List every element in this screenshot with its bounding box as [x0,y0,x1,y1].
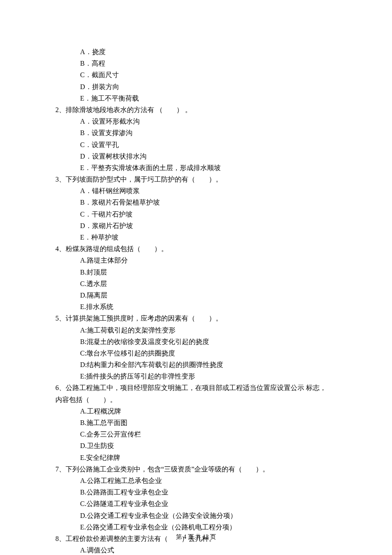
q6-option-e: E.安全纪律牌 [55,452,337,463]
q6-option-c: C.企务三公开宣传栏 [55,428,337,440]
q2-option-c: C．设置平孔 [55,139,337,150]
q6-option-d: D.卫生防疫 [55,440,337,451]
q1-option-e: E．施工不平衡荷载 [55,92,337,104]
q4-option-c: C.透水层 [55,278,337,289]
q3-stem: 3、下列坡面防护型式中，属于圬工防护的有（ ）。 [55,173,337,185]
q4-option-a: A.路堤主体部分 [55,254,337,266]
q2-stem: 2、排除滑坡地段地表水的方法有 （ ） 。 [55,104,337,116]
q6-option-a: A.工程概况牌 [55,405,337,417]
q1-option-a: A．挠度 [55,46,337,58]
q7-option-d: D.公路交通工程专业承包企业（公路安全设施分项） [55,510,337,521]
q4-option-b: B.封顶层 [55,266,337,278]
q7-option-a: A.公路工程施工总承包企业 [55,475,337,486]
q5-option-c: C:墩台水平位移引起的拱圈挠度 [55,347,337,359]
q2-option-e: E．平整夯实滑坡体表面的土层，形成排水顺坡 [55,162,337,173]
q6-option-b: B.施工总平面图 [55,417,337,428]
q7-option-b: B.公路路面工程专业承包企业 [55,486,337,498]
q2-option-a: A．设置环形截水沟 [55,116,337,127]
q7-stem: 7、下列公路施工企业类别中，包含“三级资质”企业等级的有（ ）。 [55,463,337,475]
q1-option-b: B．高程 [55,58,337,69]
q3-option-e: E．种草护坡 [55,231,337,243]
q5-option-e: E:插件接头的挤压等引起的非弹性变形 [55,370,337,382]
q3-option-c: C．干砌片石护坡 [55,208,337,220]
q8-option-a: A.调值公式 [55,544,337,555]
q1-option-c: C．截面尺寸 [55,69,337,81]
q5-option-b: B:混凝土的收缩徐变及温度变化引起的挠度 [55,336,337,347]
q4-option-d: D.隔离层 [55,289,337,301]
q3-option-a: A．锚杆钢丝网喷浆 [55,185,337,197]
q5-option-a: A:施工荷载引起的支架弹性变形 [55,324,337,336]
q2-option-d: D．设置树枝状排水沟 [55,150,337,162]
q3-option-b: B．浆砌片石骨架植草护坡 [55,197,337,208]
q4-stem: 4、粉煤灰路堤的组成包括（ ）。 [55,243,337,254]
q6-stem-line2: 内容包括（ ）。 [55,394,337,405]
q6-stem-line1: 6、公路工程施工中，项目经理部应文明施工，在项目部或工程适当位置应设置公示 标志… [55,382,337,393]
q1-option-d: D．拼装方向 [55,81,337,92]
page-footer: 第 4 页 共 12 页 [0,532,392,542]
q7-option-c: C.公路隧道工程专业承包企业 [55,498,337,509]
q4-option-e: E.排水系统 [55,301,337,312]
q2-option-b: B．设置支撑渗沟 [55,127,337,139]
page: A．挠度 B．高程 C．截面尺寸 D．拼装方向 E．施工不平衡荷载 2、排除滑坡… [0,0,392,555]
content-body: A．挠度 B．高程 C．截面尺寸 D．拼装方向 E．施工不平衡荷载 2、排除滑坡… [55,46,337,555]
q5-stem: 5、计算拱架施工预拱度时，应考虑的因素有（ ）。 [55,312,337,324]
q7-option-e: E.公路交通工程专业承包企业（公路机电工程分项） [55,521,337,533]
q5-option-d: D:结构重力和全部汽车荷载引起的拱圈弹性挠度 [55,359,337,370]
q3-option-d: D．浆砌片石护坡 [55,220,337,231]
